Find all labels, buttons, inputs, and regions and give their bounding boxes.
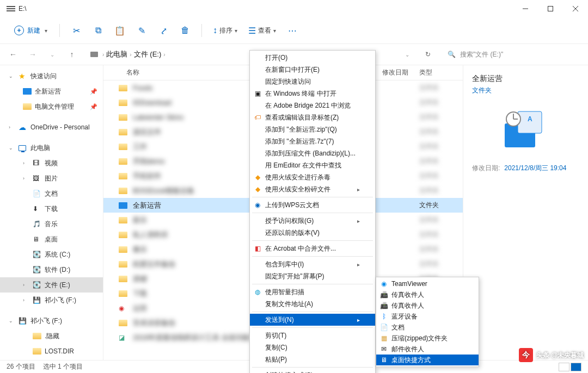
search-input[interactable]: 🔍 搜索"文件 (E:)" (442, 47, 584, 62)
ctx-add-7z[interactable]: 添加到 "全新运营.7z"(7) (250, 135, 375, 147)
ctx-send-to[interactable]: 发送到(N)▸ (250, 314, 375, 326)
share-icon[interactable]: ⤤ (154, 21, 173, 40)
sidebar-docs[interactable]: ›📄文档 (0, 186, 103, 201)
ctx-grant-access[interactable]: 授予访问权限(G)▸ (250, 215, 375, 227)
sidebar-lostdir[interactable]: ›LOST.DIR (0, 344, 103, 359)
ctx-adobe-bridge[interactable]: 在 Adobe Bridge 2021 中浏览 (250, 100, 375, 111)
delete-icon[interactable]: 🗑 (175, 21, 195, 40)
crumb-thispc[interactable]: 此电脑 (104, 49, 130, 59)
forward-button[interactable]: → (24, 46, 41, 63)
ctx-edit-tags[interactable]: 🏷查看或编辑该目录标签(Z) (250, 111, 375, 123)
rename-icon[interactable]: ✎ (132, 21, 151, 40)
sendto-submenu: ◉TeamViewer 📠传真收件人 📠传真收件人 ᛒ蓝牙设备 📄文档 ▦压缩(… (376, 277, 479, 367)
watermark: 今 头条 @未央暮城 (519, 348, 584, 362)
ctx-open[interactable]: 打开(O) (250, 52, 375, 64)
sidebar-pictures[interactable]: ›🖼图片 (0, 171, 103, 186)
sidebar-onedrive[interactable]: ›☁OneDrive - Personal (0, 120, 103, 135)
view-details-button[interactable] (571, 363, 581, 371)
ctx-copy-address[interactable]: 复制文件地址(A) (250, 298, 375, 310)
ctx-huorong-scan[interactable]: ◆使用火绒安全进行杀毒 (250, 171, 375, 183)
acrobat-icon: ◧ (253, 245, 262, 252)
back-button[interactable]: ← (4, 46, 22, 63)
view-list-button[interactable] (559, 363, 569, 371)
ctx-add-zip[interactable]: 添加到 "全新运营.zip"(Q) (250, 123, 375, 135)
ctx-include-library[interactable]: 包含到库中(I)▸ (250, 258, 375, 270)
cut-icon[interactable]: ✂ (66, 21, 86, 40)
details-type: 文件夹 (472, 86, 579, 95)
docs-icon: 📄 (379, 324, 388, 331)
address-dropdown[interactable]: ⌄ (405, 52, 409, 58)
status-selected: 选中 1 个项目 (43, 362, 83, 371)
refresh-button[interactable]: ↻ (419, 46, 437, 63)
sendto-fax1[interactable]: 📠传真收件人 (376, 289, 479, 300)
wps-icon: ◉ (253, 201, 262, 209)
watermark-icon: 今 (519, 348, 533, 362)
view-switch (559, 363, 581, 371)
sidebar-drive-d[interactable]: ›💽软件 (D:) (0, 262, 103, 277)
ctx-pin-start[interactable]: 固定到"开始"屏幕(P) (250, 270, 375, 282)
bluetooth-icon: ᛒ (379, 313, 388, 320)
status-items: 26 个项目 (7, 362, 35, 371)
sidebar-desktop[interactable]: ›🖥桌面 (0, 232, 103, 247)
drive-icon (7, 6, 15, 11)
svg-rect-1 (548, 7, 553, 11)
folder-preview-icon: A (501, 104, 550, 153)
titlebar: E:\ (0, 0, 588, 17)
recent-chevron[interactable]: ⌄ (44, 46, 61, 63)
drive-icon-small (90, 52, 98, 57)
huorong-icon: ◆ (253, 173, 262, 181)
pin-icon: 📌 (90, 88, 97, 95)
copy-icon[interactable]: ⧉ (88, 21, 108, 40)
minimize-button[interactable] (513, 0, 538, 17)
sendto-fax2[interactable]: 📠传真收件人 (376, 300, 479, 311)
plus-icon: + (14, 26, 24, 35)
sendto-bluetooth[interactable]: ᛒ蓝牙设备 (376, 311, 479, 322)
sidebar-removable-f[interactable]: ⌄💾祁小飞 (F:) (0, 313, 103, 328)
sidebar-quick-access[interactable]: ⌄★快速访问 (0, 69, 103, 84)
sidebar-drive-f[interactable]: ›💾祁小飞 (F:) (0, 293, 103, 308)
view-button[interactable]: ☰查看▾ (244, 22, 280, 39)
sendto-docs[interactable]: 📄文档 (376, 322, 479, 333)
paste-icon[interactable]: 📋 (110, 21, 130, 40)
up-button[interactable]: ↑ (63, 46, 81, 63)
sendto-mail[interactable]: ✉邮件收件人 (376, 344, 479, 355)
ctx-pin-quick[interactable]: 固定到快速访问 (250, 76, 375, 88)
sidebar-recycler[interactable]: ›RECYCLER (0, 359, 103, 360)
ctx-restore-version[interactable]: 还原以前的版本(V) (250, 227, 375, 239)
sidebar-item-pcfile[interactable]: 电脑文件管理📌 (0, 99, 103, 114)
sendto-teamviewer[interactable]: ◉TeamViewer (376, 278, 479, 289)
sendto-zipped[interactable]: ▦压缩(zipped)文件夹 (376, 333, 479, 344)
ctx-bandizip[interactable]: 添加到压缩文件 (Bandizip)(L)... (250, 147, 375, 159)
sendto-desktop-shortcut[interactable]: 🖥桌面快捷方式 (376, 355, 479, 365)
maximize-button[interactable] (538, 0, 563, 17)
ctx-cut[interactable]: 剪切(T) (250, 330, 375, 341)
sidebar-item-quanxin[interactable]: 全新运营📌 (0, 84, 103, 99)
ctx-upload-wps[interactable]: ◉上传到WPS云文档 (250, 199, 375, 211)
more-icon[interactable]: ⋯ (283, 21, 302, 40)
sidebar-thispc[interactable]: ⌄此电脑 (0, 140, 103, 156)
crumb-drive-e[interactable]: 文件 (E:) (132, 49, 164, 59)
sort-button[interactable]: ↕排序▾ (209, 22, 242, 39)
ctx-create-shortcut[interactable]: 创建快捷方式(S) (250, 369, 375, 373)
ctx-acrobat-merge[interactable]: ◧在 Acrobat 中合并文件... (250, 243, 375, 254)
sidebar: ⌄★快速访问 全新运营📌 电脑文件管理📌 ›☁OneDrive - Person… (0, 65, 103, 360)
ctx-open-new-window[interactable]: 在新窗口中打开(E) (250, 64, 375, 76)
sidebar-hidden[interactable]: ›.隐藏 (0, 328, 103, 344)
fax-icon: 📠 (379, 302, 388, 309)
sidebar-downloads[interactable]: ›⬇下载 (0, 201, 103, 216)
sidebar-music[interactable]: ›🎵音乐 (0, 216, 103, 232)
ctx-copy[interactable]: 复制(C) (250, 341, 375, 353)
sidebar-drive-e[interactable]: ›💽文件 (E:) (0, 277, 103, 293)
ctx-emeditor[interactable]: 用 EmEditor 在文件中查找 (250, 159, 375, 171)
sidebar-drive-c[interactable]: ›💽系统 (C:) (0, 247, 103, 262)
sidebar-video[interactable]: ›🎞视频 (0, 156, 103, 171)
ctx-smart-scan[interactable]: ◍使用智量扫描 (250, 286, 375, 298)
svg-text:A: A (528, 115, 532, 123)
new-button[interactable]: + 新建 ▾ (9, 22, 53, 39)
close-button[interactable] (563, 0, 588, 17)
ctx-windows-terminal[interactable]: ▣在 Windows 终端 中打开 (250, 88, 375, 100)
tag-icon: 🏷 (253, 114, 262, 121)
toolbar: + 新建 ▾ ✂ ⧉ 📋 ✎ ⤤ 🗑 ↕排序▾ ☰查看▾ ⋯ (0, 17, 588, 43)
ctx-paste[interactable]: 粘贴(P) (250, 353, 375, 365)
ctx-huorong-shred[interactable]: ◆使用火绒安全粉碎文件▸ (250, 183, 375, 195)
